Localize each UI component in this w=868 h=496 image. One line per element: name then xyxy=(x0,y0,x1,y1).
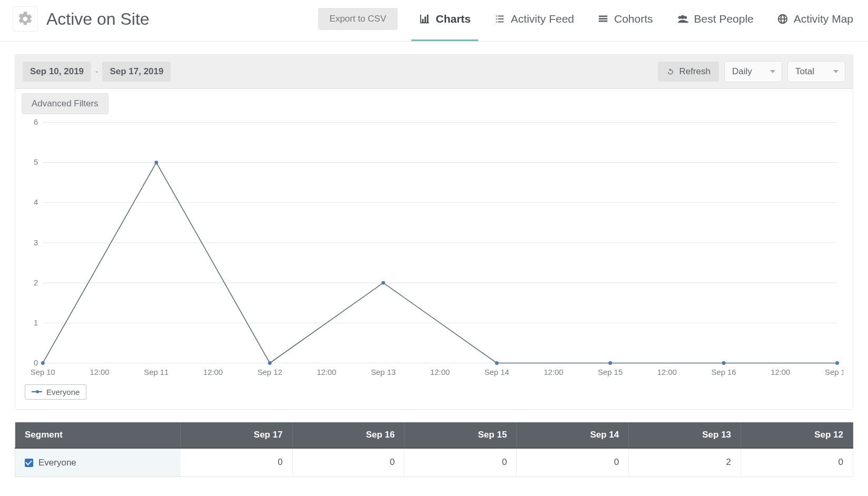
nav-label: Charts xyxy=(436,13,471,25)
svg-point-30 xyxy=(154,161,158,164)
people-icon xyxy=(676,13,689,25)
svg-text:Sep 10: Sep 10 xyxy=(31,368,55,376)
main-nav: Export to CSV Charts Activity Feed Cohor… xyxy=(318,8,855,30)
refresh-icon xyxy=(666,67,675,76)
nav-best-people[interactable]: Best People xyxy=(674,8,756,29)
col-date: Sep 16 xyxy=(292,422,405,448)
aggregation-select[interactable]: Total xyxy=(787,61,845,82)
svg-text:12:00: 12:00 xyxy=(203,368,223,376)
topbar: Active on Site Export to CSV Charts Acti… xyxy=(0,0,868,42)
date-range-separator: - xyxy=(95,67,98,76)
svg-text:12:00: 12:00 xyxy=(544,368,563,376)
svg-text:12:00: 12:00 xyxy=(771,368,790,376)
svg-text:Sep 16: Sep 16 xyxy=(712,368,736,376)
chart-svg: 0123456Sep 1012:00Sep 1112:00Sep 1212:00… xyxy=(25,116,843,381)
svg-text:Sep 15: Sep 15 xyxy=(598,368,623,376)
nav-label: Best People xyxy=(694,13,754,25)
svg-text:3: 3 xyxy=(34,239,38,247)
chevron-down-icon xyxy=(770,70,775,73)
col-date: Sep 15 xyxy=(405,422,517,448)
col-segment: Segment xyxy=(15,422,181,448)
value-cell: 0 xyxy=(517,448,629,477)
value-cell: 2 xyxy=(629,448,741,477)
date-range-start[interactable]: Sep 10, 2019 xyxy=(23,62,91,82)
svg-text:12:00: 12:00 xyxy=(317,368,336,376)
svg-text:Sep 13: Sep 13 xyxy=(371,368,396,376)
value-cell: 0 xyxy=(405,448,517,477)
svg-text:6: 6 xyxy=(34,118,38,126)
nav-activity-feed[interactable]: Activity Feed xyxy=(492,8,576,29)
line-chart: 0123456Sep 1012:00Sep 1112:00Sep 1212:00… xyxy=(15,114,853,409)
page-title: Active on Site xyxy=(46,9,150,29)
value-cell: 0 xyxy=(741,448,853,477)
chevron-down-icon xyxy=(833,70,839,73)
svg-text:Sep 17: Sep 17 xyxy=(825,368,843,376)
svg-text:1: 1 xyxy=(34,319,38,327)
svg-text:5: 5 xyxy=(34,158,38,166)
chart-toolbar: Sep 10, 2019 - Sep 17, 2019 Refresh Dail… xyxy=(15,55,853,89)
svg-text:2: 2 xyxy=(34,279,38,287)
nav-label: Activity Map xyxy=(794,13,853,25)
settings-icon[interactable] xyxy=(13,6,38,32)
svg-point-31 xyxy=(268,361,272,365)
svg-text:12:00: 12:00 xyxy=(90,368,109,376)
nav-charts[interactable]: Charts xyxy=(417,8,473,29)
svg-text:12:00: 12:00 xyxy=(430,368,450,376)
col-date: Sep 17 xyxy=(180,422,292,448)
granularity-value: Daily xyxy=(732,66,752,76)
svg-point-32 xyxy=(381,281,385,285)
svg-point-36 xyxy=(835,361,839,365)
col-date: Sep 12 xyxy=(741,422,853,448)
col-date: Sep 14 xyxy=(517,422,629,448)
svg-text:Sep 12: Sep 12 xyxy=(258,368,282,376)
legend-swatch xyxy=(32,391,42,392)
layers-icon xyxy=(597,13,609,25)
value-cell: 0 xyxy=(180,448,292,477)
aggregation-value: Total xyxy=(795,66,814,76)
svg-text:Sep 14: Sep 14 xyxy=(485,368,509,376)
svg-point-34 xyxy=(608,361,612,365)
segment-name: Everyone xyxy=(38,458,76,468)
nav-activity-map[interactable]: Activity Map xyxy=(775,8,855,29)
svg-point-33 xyxy=(495,361,499,365)
svg-point-35 xyxy=(722,361,726,365)
col-date: Sep 13 xyxy=(629,422,741,448)
svg-text:Sep 11: Sep 11 xyxy=(144,368,169,376)
bar-chart-icon xyxy=(419,13,430,25)
refresh-label: Refresh xyxy=(679,66,711,77)
list-icon xyxy=(494,13,506,25)
nav-label: Activity Feed xyxy=(511,13,574,25)
nav-cohorts[interactable]: Cohorts xyxy=(595,8,655,29)
table-row: Everyone000020 xyxy=(15,448,853,477)
refresh-button[interactable]: Refresh xyxy=(658,62,719,82)
value-cell: 0 xyxy=(292,448,405,477)
svg-text:0: 0 xyxy=(34,359,38,367)
segment-cell[interactable]: Everyone xyxy=(15,449,180,477)
granularity-select[interactable]: Daily xyxy=(724,61,782,82)
legend-item-everyone[interactable]: Everyone xyxy=(25,384,86,400)
svg-text:12:00: 12:00 xyxy=(657,368,677,376)
advanced-filters-button[interactable]: Advanced Filters xyxy=(22,93,108,114)
segment-table: SegmentSep 17Sep 16Sep 15Sep 14Sep 13Sep… xyxy=(15,422,853,477)
nav-label: Cohorts xyxy=(614,13,653,25)
globe-icon xyxy=(777,13,788,25)
svg-text:4: 4 xyxy=(34,198,38,206)
chart-panel: Sep 10, 2019 - Sep 17, 2019 Refresh Dail… xyxy=(15,54,853,410)
export-csv-button[interactable]: Export to CSV xyxy=(318,8,398,30)
segment-checkbox[interactable] xyxy=(25,459,33,467)
date-range-end[interactable]: Sep 17, 2019 xyxy=(102,62,171,82)
svg-point-29 xyxy=(41,361,45,365)
legend-label: Everyone xyxy=(46,388,80,396)
